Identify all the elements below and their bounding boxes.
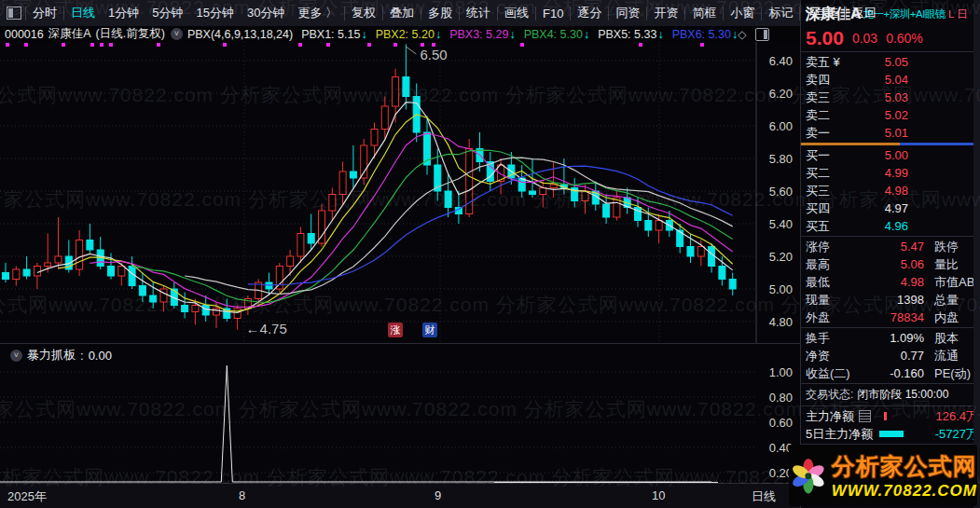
menu-item-开资[interactable]: 开资	[647, 5, 684, 21]
down-arrow-icon: ↓	[657, 28, 663, 41]
menu-item-30分钟[interactable]: 30分钟	[241, 5, 291, 21]
signal-dot	[100, 43, 104, 47]
signal-dot	[326, 43, 330, 47]
signal-dot	[157, 43, 160, 47]
bid-row[interactable]: 买五4.961	[801, 217, 980, 235]
menu-item-逐分[interactable]: 逐分	[571, 5, 608, 21]
divider	[801, 236, 980, 237]
price-change-pct: 0.60%	[886, 31, 923, 46]
main-net-row[interactable]: 主力净额 126.4万	[801, 407, 980, 425]
ask-label: 卖四	[806, 72, 850, 89]
stat-value: 5.06	[854, 257, 924, 271]
signal-dot	[90, 43, 94, 47]
bid-label: 买五	[806, 218, 850, 235]
menu-item-画线[interactable]: 画线	[498, 5, 535, 21]
menu-item-F10[interactable]: F10	[536, 7, 570, 21]
trough-annotation: ←4.75	[246, 321, 287, 336]
ask-price: 5.02	[850, 108, 908, 122]
stat-value: -0.160	[854, 366, 924, 380]
sub-chart-canvas[interactable]: 1.000.800.600.400.20	[0, 344, 800, 484]
sub-indicator-colon: :	[80, 349, 84, 363]
svg-text:5.00: 5.00	[769, 282, 793, 296]
net5-row[interactable]: 5日主力净额 -5727万	[801, 425, 980, 443]
svg-text:6.20: 6.20	[769, 87, 793, 101]
stat-label: 总量	[934, 292, 959, 309]
bid-row[interactable]: 买四4.972	[801, 199, 980, 217]
sub-indicator-label: ˅ 暴力抓板 : 0.00	[5, 347, 112, 364]
bid-row[interactable]: 买二4.991	[801, 164, 980, 182]
stock-code: 000016	[5, 28, 44, 41]
ask-row[interactable]: 卖五 ¥5.051	[801, 53, 980, 71]
svg-text:5.80: 5.80	[769, 152, 793, 166]
menu-item-简框[interactable]: 简框	[685, 5, 723, 21]
ask-label: 卖五 ¥	[806, 54, 850, 71]
time-axis[interactable]: 2025年 8910 日线	[0, 483, 800, 508]
collapse-indicator-icon[interactable]: ˅	[10, 350, 22, 362]
signal-dot	[520, 43, 524, 47]
year-label: 2025年	[7, 488, 47, 505]
chevron-down-icon[interactable]: ˅	[171, 28, 183, 40]
pbx-legend-item-1: PBX1: 5.15↓	[301, 28, 367, 41]
divider	[801, 405, 980, 406]
signal-dot	[367, 43, 371, 47]
stat-value: 5.47	[854, 240, 924, 254]
menu-item-15分钟[interactable]: 15分钟	[189, 5, 240, 21]
divider	[801, 327, 980, 328]
bid-label: 买四	[806, 200, 850, 217]
stat-label: 内盘	[934, 309, 959, 326]
ask-price: 5.05	[850, 55, 908, 69]
month-label-8: 8	[239, 488, 245, 502]
menu-item-5分钟[interactable]: 5分钟	[145, 5, 189, 21]
signal-dot	[393, 43, 397, 47]
stat-label: 最低	[806, 274, 854, 291]
ask-row[interactable]: 卖三5.03	[801, 89, 980, 106]
bid-row[interactable]: 买三4.982	[801, 182, 980, 199]
menu-item-多股[interactable]: 多股	[421, 5, 459, 21]
menu-item-统计[interactable]: 统计	[460, 5, 497, 21]
bid-queue: 买一5.001买二4.991买三4.982买四4.972买五4.961	[801, 146, 980, 235]
menu-item-叠加[interactable]: 叠加	[383, 5, 421, 21]
svg-text:0.60: 0.60	[769, 416, 793, 430]
menu-item-小窗[interactable]: 小窗	[724, 5, 761, 21]
ask-row[interactable]: 卖一5.011	[801, 124, 980, 142]
panel-toggle-icon[interactable]	[755, 28, 769, 41]
stat-label: 量比	[934, 256, 959, 273]
main-net-label: 主力净额	[806, 408, 854, 425]
signal-dot	[223, 43, 227, 47]
down-arrow-icon: ↓	[435, 28, 441, 41]
menu-item-同资[interactable]: 同资	[609, 5, 646, 21]
stock-app-window: 分时日线1分钟5分钟15分钟30分钟更多 〉复权叠加多股统计画线F10逐分同资开…	[0, 0, 980, 508]
menu-item-复权[interactable]: 复权	[345, 5, 382, 21]
main-candle-chart[interactable]: 6.406.206.005.805.605.405.205.004.806.50…	[0, 42, 800, 343]
menu-items: 分时日线1分钟5分钟15分钟30分钟更多 〉复权叠加多股统计画线F10逐分同资开…	[25, 5, 883, 21]
panel-scrollbar[interactable]	[973, 0, 980, 508]
stat-label: 外盘	[806, 309, 854, 326]
net5-label: 5日主力净额	[806, 426, 873, 443]
stat-label: 市值AB	[934, 274, 974, 291]
menu-item-返回[interactable]: 返回	[846, 5, 883, 21]
detail-list-icon[interactable]	[859, 410, 871, 422]
net5-value: -5727万	[904, 426, 978, 443]
menu-item-标记[interactable]: 标记	[762, 5, 799, 21]
diamond-icon[interactable]: ◇	[738, 28, 746, 41]
indicator-sub-chart[interactable]: ˅ 暴力抓板 : 0.00 1.000.800.600.400.20	[0, 343, 800, 484]
menu-item-1分钟[interactable]: 1分钟	[102, 5, 145, 21]
ask-row[interactable]: 卖四5.041	[801, 71, 980, 89]
bid-row[interactable]: 买一5.001	[801, 146, 980, 164]
menu-item-更多 〉[interactable]: 更多 〉	[291, 5, 344, 21]
stat-label: 股本	[934, 330, 959, 347]
pbx2-line	[59, 115, 733, 311]
menu-item-分时[interactable]: 分时	[26, 5, 63, 21]
signal-dot	[109, 43, 113, 47]
pbx4-line	[132, 150, 733, 302]
menu-item-日线[interactable]: 日线	[64, 5, 102, 21]
signal-dot	[6, 43, 9, 47]
bid-ask-ratio-bar	[801, 143, 980, 145]
stat-label: 涨停	[806, 239, 854, 255]
pbx-legend-item-4: PBX4: 5.30↓	[524, 28, 590, 41]
ask-row[interactable]: 卖二5.022	[801, 106, 980, 124]
stat-value: 0.77	[854, 349, 924, 363]
ask-volume: 1	[908, 55, 980, 69]
window-layout-icon[interactable]	[7, 7, 21, 20]
menu-item-+自选[interactable]: +自选	[800, 5, 845, 21]
